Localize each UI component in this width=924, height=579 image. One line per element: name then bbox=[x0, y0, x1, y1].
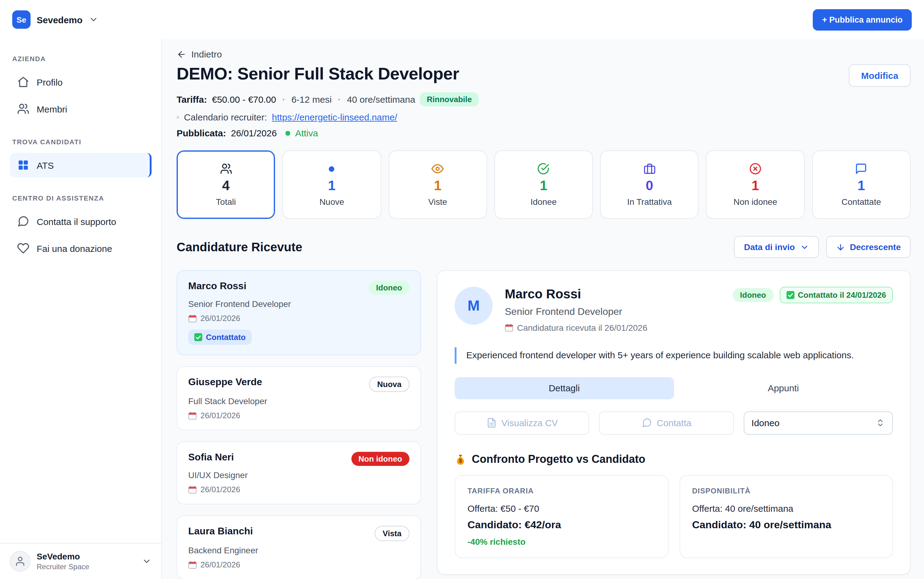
candidate-name: Marco Rossi bbox=[188, 281, 246, 292]
back-label: Indietro bbox=[191, 49, 222, 59]
chat-icon bbox=[642, 417, 652, 428]
candidate-card-giuseppe-verde[interactable]: Giuseppe Verde Nuova Full Stack Develope… bbox=[176, 366, 421, 430]
tab-dettagli[interactable]: Dettagli bbox=[455, 377, 674, 399]
chat-icon bbox=[17, 215, 29, 227]
stat-card-contattate[interactable]: 1 Contattate bbox=[812, 150, 911, 219]
sidebar-item-label: ATS bbox=[37, 160, 54, 170]
x-circle-icon bbox=[749, 163, 761, 175]
calendar-icon bbox=[188, 411, 197, 420]
applications-header: Candidature Ricevute Data di invio Decre… bbox=[176, 236, 911, 258]
calendar-icon bbox=[188, 314, 197, 322]
people-icon bbox=[220, 163, 232, 175]
candidate-role: Backend Engineer bbox=[188, 545, 410, 555]
stat-label: Viste bbox=[428, 197, 447, 207]
body-row: AZIENDA Profilo Membri TROVA CANDIDATI A… bbox=[0, 39, 924, 579]
separator-dot bbox=[176, 116, 179, 118]
edit-button[interactable]: Modifica bbox=[849, 64, 911, 87]
stat-card-non-idonee[interactable]: 1 Non idonee bbox=[706, 150, 805, 219]
person-icon bbox=[15, 556, 26, 567]
stat-card-idonee[interactable]: 1 Idonee bbox=[495, 150, 593, 219]
contacted-chip: Contattato bbox=[188, 330, 252, 345]
calendar-icon bbox=[188, 485, 197, 494]
publish-announcement-button[interactable]: + Pubblica annuncio bbox=[813, 9, 912, 30]
stat-value: 1 bbox=[540, 178, 548, 194]
sidebar-item-label: Profilo bbox=[37, 77, 63, 87]
comparison-offer: Offerta: 40 ore/settimana bbox=[692, 503, 880, 513]
sidebar-section-assistenza: CENTRO DI ASSISTENZA bbox=[12, 195, 149, 202]
status-badge: Vista bbox=[375, 526, 410, 541]
topbar: Se Sevedemo + Pubblica annuncio bbox=[0, 0, 924, 39]
heart-icon bbox=[17, 242, 29, 254]
detail-received-text: Candidatura ricevuta il 26/01/2026 bbox=[517, 323, 648, 333]
candidate-date-text: 26/01/2026 bbox=[201, 485, 240, 494]
status-badge: Idoneo bbox=[733, 288, 773, 302]
comparison-candidate: Candidato: €42/ora bbox=[467, 519, 655, 531]
candidate-name: Laura Bianchi bbox=[188, 526, 253, 537]
candidate-detail-panel: M Marco Rossi Senior Frontend Developer … bbox=[437, 270, 911, 574]
detail-badges: Idoneo Contattato il 24/01/2026 bbox=[733, 287, 893, 303]
candidate-card-marco-rossi[interactable]: Marco Rossi Idoneo Senior Frontend Devel… bbox=[176, 270, 421, 355]
status-select[interactable]: Idoneo bbox=[743, 411, 893, 434]
file-icon bbox=[486, 417, 496, 428]
sidebar-item-ats[interactable]: ATS bbox=[10, 153, 152, 177]
chevron-down-icon bbox=[142, 556, 152, 566]
detail-candidate-name: Marco Rossi bbox=[505, 287, 648, 301]
user-menu[interactable]: SeVedemo Recruiter Space bbox=[0, 543, 161, 579]
candidate-name: Sofia Neri bbox=[188, 452, 234, 463]
workspace-switcher[interactable]: Se Sevedemo bbox=[12, 10, 98, 29]
comparison-label: TARIFFA ORARIA bbox=[467, 486, 655, 495]
comparison-title-row: $ Confronto Progetto vs Candidato bbox=[455, 453, 893, 466]
sort-order-button[interactable]: Decrescente bbox=[826, 236, 911, 258]
hours-value: 40 ore/settimana bbox=[347, 94, 415, 105]
tab-appunti[interactable]: Appunti bbox=[674, 377, 893, 399]
sort-field-button[interactable]: Data di invio bbox=[734, 236, 819, 258]
users-icon bbox=[17, 103, 29, 115]
comparison-row: TARIFFA ORARIA Offerta: €50 - €70 Candid… bbox=[455, 475, 893, 558]
sidebar-item-supporto[interactable]: Contatta il supporto bbox=[10, 209, 152, 234]
candidate-card-laura-bianchi[interactable]: Laura Bianchi Vista Backend Engineer 26/… bbox=[176, 515, 421, 579]
check-icon bbox=[194, 333, 202, 341]
detail-header: M Marco Rossi Senior Frontend Developer … bbox=[455, 287, 893, 333]
stat-card-in-trattativa[interactable]: 0 In Trattativa bbox=[600, 150, 699, 219]
active-status-label: Attiva bbox=[295, 128, 318, 138]
candidate-card-sofia-neri[interactable]: Sofia Neri Non idoneo UI/UX Designer 26/… bbox=[176, 442, 421, 504]
candidate-date-text: 26/01/2026 bbox=[201, 314, 240, 323]
sidebar: AZIENDA Profilo Membri TROVA CANDIDATI A… bbox=[0, 39, 162, 579]
stat-card-nuove[interactable]: 1 Nuove bbox=[282, 150, 381, 219]
stat-card-viste[interactable]: 1 Viste bbox=[389, 150, 487, 219]
view-cv-button[interactable]: Visualizza CV bbox=[455, 411, 589, 434]
stat-value: 1 bbox=[857, 178, 865, 194]
sidebar-item-label: Fai una donazione bbox=[37, 243, 112, 254]
back-link[interactable]: Indietro bbox=[176, 49, 222, 59]
sidebar-item-membri[interactable]: Membri bbox=[10, 96, 152, 121]
sidebar-item-label: Membri bbox=[37, 104, 67, 114]
candidate-role: Full Stack Developer bbox=[188, 396, 410, 406]
briefcase-icon bbox=[643, 163, 656, 175]
stat-value: 0 bbox=[646, 178, 653, 194]
check-circle-icon bbox=[537, 163, 550, 175]
rate-label: Tariffa: bbox=[176, 94, 207, 105]
sidebar-item-donazione[interactable]: Fai una donazione bbox=[10, 236, 152, 260]
comparison-title: Confronto Progetto vs Candidato bbox=[472, 453, 645, 466]
sidebar-item-profilo[interactable]: Profilo bbox=[10, 70, 152, 94]
chat-icon bbox=[855, 163, 867, 175]
rate-value: €50.00 - €70.00 bbox=[212, 94, 276, 105]
comparison-candidate: Candidato: 40 ore/settimana bbox=[692, 519, 880, 531]
sort-controls: Data di invio Decrescente bbox=[734, 236, 911, 258]
candidate-date: 26/01/2026 bbox=[188, 485, 410, 494]
chevron-down-icon bbox=[89, 15, 98, 25]
candidate-avatar: M bbox=[455, 287, 493, 325]
contact-button[interactable]: Contatta bbox=[599, 411, 734, 434]
stat-card-totali[interactable]: 4 Totali bbox=[176, 150, 275, 219]
stat-label: Non idonee bbox=[733, 197, 777, 207]
recruiter-calendar-link[interactable]: https://energetic-linseed.name/ bbox=[272, 112, 397, 122]
money-bag-icon: $ bbox=[455, 453, 466, 465]
comparison-card-tariffa: TARIFFA ORARIA Offerta: €50 - €70 Candid… bbox=[455, 475, 668, 558]
stat-value: 1 bbox=[752, 178, 759, 194]
sort-field-label: Data di invio bbox=[744, 242, 795, 252]
detail-tabs: Dettagli Appunti bbox=[455, 377, 893, 399]
candidate-date: 26/01/2026 bbox=[188, 314, 410, 323]
job-meta-line-2: Calendario recruiter: https://energetic-… bbox=[176, 112, 911, 122]
separator-dot: · bbox=[281, 94, 287, 105]
detail-candidate-role: Senior Frontend Developer bbox=[505, 306, 648, 317]
